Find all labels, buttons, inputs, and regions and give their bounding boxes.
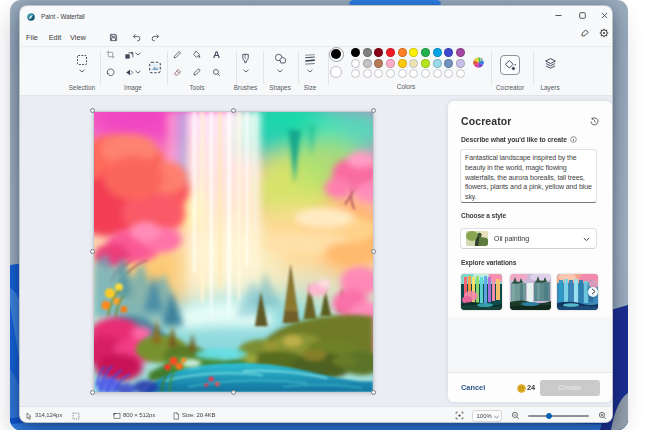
eraser-icon[interactable] [172, 68, 182, 78]
layers-icon[interactable] [543, 56, 557, 70]
zoom-level-value: 100% [477, 411, 492, 421]
pen-icon[interactable] [579, 27, 590, 38]
eyedropper-icon[interactable] [192, 68, 202, 78]
style-dropdown[interactable]: Oil painting [460, 228, 597, 249]
history-icon[interactable] [589, 117, 599, 127]
background-color-swatch[interactable] [330, 66, 342, 78]
palette-color-#ffaec9[interactable] [386, 59, 395, 68]
text-icon[interactable] [212, 49, 222, 59]
resize-icon[interactable] [124, 49, 134, 59]
palette-empty-slot[interactable] [363, 69, 372, 78]
palette-color-#b5e61d[interactable] [421, 59, 430, 68]
zoom-in-icon[interactable] [598, 407, 607, 423]
zoom-out-icon[interactable] [511, 407, 520, 423]
palette-color-#b97a57[interactable] [374, 59, 383, 68]
maximize-button[interactable] [573, 8, 591, 24]
palette-color-#c8bfe7[interactable] [456, 59, 465, 68]
palette-color-#ffc90e[interactable] [398, 59, 407, 68]
file-size-value: Size: 20.4KB [182, 407, 216, 423]
cocreator-button[interactable] [500, 55, 520, 75]
credits-count: 24 [527, 373, 535, 403]
chevron-down-icon[interactable] [276, 68, 284, 74]
magnifier-icon[interactable] [212, 67, 222, 77]
zoom-slider-handle[interactable] [546, 413, 552, 419]
paint-window: Paint - Waterfall [19, 5, 613, 423]
close-button[interactable] [595, 8, 613, 24]
undo-icon[interactable] [131, 32, 141, 43]
chevron-down-icon[interactable] [306, 68, 314, 74]
palette-empty-slot[interactable] [456, 69, 465, 78]
fit-to-screen-icon[interactable] [455, 407, 464, 423]
palette-empty-slot[interactable] [444, 69, 453, 78]
palette-color-#ffffff[interactable] [351, 59, 360, 68]
palette-empty-slot[interactable] [351, 69, 360, 78]
chevron-down-icon[interactable] [242, 68, 250, 74]
palette-empty-slot[interactable] [409, 69, 418, 78]
selection-handle[interactable] [231, 108, 236, 113]
selection-handle[interactable] [90, 390, 95, 395]
palette-color-#3f48cc[interactable] [444, 48, 453, 57]
menu-item-view[interactable]: View [69, 29, 87, 46]
settings-gear-icon[interactable] [598, 27, 609, 38]
palette-color-#7f7f7f[interactable] [363, 48, 372, 57]
palette-empty-slot[interactable] [421, 69, 430, 78]
selection-handle[interactable] [371, 249, 376, 254]
ribbon-separator [491, 52, 492, 84]
palette-color-#000000[interactable] [351, 48, 360, 57]
minimize-button[interactable] [549, 8, 567, 24]
selection-handle[interactable] [371, 108, 376, 113]
palette-color-#99d9ea[interactable] [433, 59, 442, 68]
variation-thumbnail-1[interactable] [461, 274, 502, 310]
palette-color-#00a2e8[interactable] [433, 48, 442, 57]
menu-item-edit[interactable]: Edit [46, 29, 64, 46]
selection-handle[interactable] [90, 249, 95, 254]
select-rectangle-icon[interactable] [75, 53, 89, 66]
palette-color-#880015[interactable] [374, 48, 383, 57]
magic-select-icon[interactable] [147, 60, 162, 74]
rotate-icon[interactable] [105, 67, 115, 77]
palette-color-#a349a4[interactable] [456, 48, 465, 57]
prompt-textarea[interactable]: Fantastical landscape inspired by the be… [460, 149, 597, 203]
save-icon[interactable] [108, 32, 118, 43]
chevron-right-icon[interactable] [588, 287, 598, 297]
pencil-icon[interactable] [172, 49, 182, 59]
palette-empty-slot[interactable] [433, 69, 442, 78]
palette-color-#7092be[interactable] [444, 59, 453, 68]
variation-thumbnail-2[interactable] [510, 274, 551, 310]
cancel-button[interactable]: Cancel [461, 373, 485, 403]
canvas-area[interactable]: Cocreator Describe what you'd like to cr… [20, 96, 612, 406]
brush-icon[interactable] [239, 52, 252, 66]
ribbon-group-label: Cocreator [496, 84, 524, 91]
selection-handle[interactable] [371, 390, 376, 395]
flip-icon[interactable] [124, 67, 134, 77]
palette-color-#efe4b0[interactable] [409, 59, 418, 68]
menu-item-file[interactable]: File [23, 29, 41, 46]
info-icon[interactable] [569, 136, 577, 144]
palette-empty-slot[interactable] [386, 69, 395, 78]
zoom-slider-track[interactable] [528, 415, 589, 417]
create-button[interactable]: Create [540, 380, 600, 396]
palette-color-#fff200[interactable] [409, 48, 418, 57]
chevron-down-icon[interactable] [134, 69, 142, 75]
ribbon-group-label: Selection [69, 84, 95, 91]
shapes-icon[interactable] [273, 52, 287, 65]
palette-color-#c3c3c3[interactable] [363, 59, 372, 68]
ribbon-group-label: Tools [190, 84, 205, 91]
palette-color-#ed1c24[interactable] [386, 48, 395, 57]
crop-icon[interactable] [105, 49, 115, 59]
palette-empty-slot[interactable] [398, 69, 407, 78]
coin-icon [517, 384, 526, 393]
zoom-level-dropdown[interactable]: 100% [472, 410, 502, 422]
palette-empty-slot[interactable] [374, 69, 383, 78]
palette-color-#ff7f27[interactable] [398, 48, 407, 57]
chevron-down-icon[interactable] [78, 68, 86, 74]
line-size-icon[interactable] [303, 53, 317, 65]
selection-handle[interactable] [231, 390, 236, 395]
color-wheel-icon[interactable] [471, 55, 485, 69]
chevron-down-icon[interactable] [134, 51, 142, 57]
foreground-color-swatch[interactable] [329, 47, 344, 62]
palette-color-#22b14c[interactable] [421, 48, 430, 57]
selection-handle[interactable] [90, 108, 95, 113]
fill-bucket-icon[interactable] [192, 49, 202, 59]
redo-icon[interactable] [150, 32, 160, 43]
